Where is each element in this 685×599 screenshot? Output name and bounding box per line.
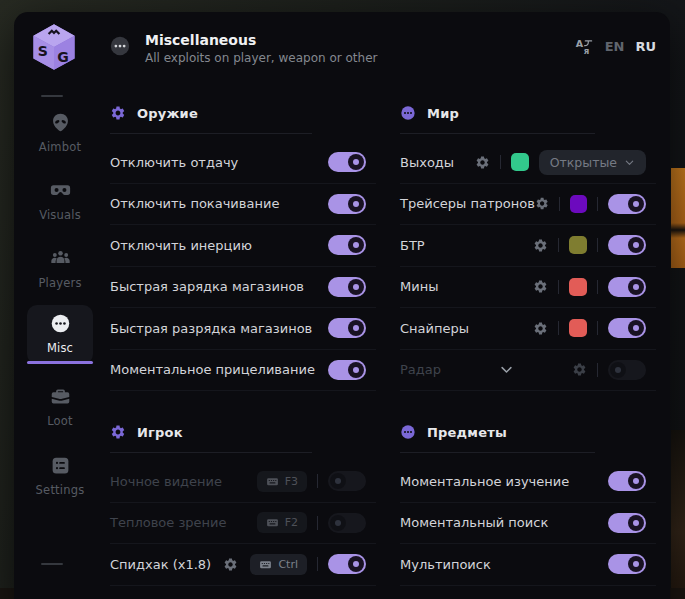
row-label: Моментальное прицеливание [110,362,315,377]
divider [559,197,560,211]
gear-icon[interactable] [475,155,490,170]
alien-icon [50,112,71,133]
ellipsis-icon [50,313,71,334]
toggle-row: Моментальное изучение [400,461,656,503]
toggle[interactable] [608,318,646,338]
toggle[interactable] [328,554,366,574]
toggle[interactable] [608,554,646,574]
row-label: Моментальное изучение [400,474,569,489]
sidebar-item-visuals[interactable]: Visuals [27,172,93,231]
toggle[interactable] [328,194,366,214]
toggle-row: Моментальный поиск [400,503,656,545]
toggle[interactable] [328,471,366,491]
section-title: Предметы [427,425,507,440]
gear-icon[interactable] [533,321,548,336]
dots-icon [400,105,416,121]
sidebar-item-misc[interactable]: Misc [27,305,93,364]
row-label: Мины [400,279,438,294]
section-items: Предметы Моментальное изучение Моменталь… [400,417,656,586]
divider [558,238,559,252]
toggle-row: Отключить инерцию [110,225,376,267]
color-swatch[interactable] [511,153,529,171]
section-title: Игрок [137,425,183,440]
team-icon [50,248,71,269]
keyboard-icon [266,475,279,488]
toggle[interactable] [328,277,366,297]
toggle[interactable] [328,152,366,172]
gear-icon[interactable] [223,557,238,572]
lang-ru-button[interactable]: RU [635,39,656,54]
divider [110,133,312,134]
gear-icon[interactable] [572,362,587,377]
toggle-row: Спидхак (x1.8) Ctrl [110,544,376,586]
toggle[interactable] [608,194,646,214]
toggle[interactable] [608,235,646,255]
row-label: Мультипоиск [400,557,491,572]
hotkey-badge[interactable]: F2 [257,512,307,533]
toggle[interactable] [608,360,646,380]
divider [558,280,559,294]
cheat-menu-window: Miscellaneous All exploits on player, we… [14,12,670,599]
sidebar-item-loot[interactable]: Loot [27,378,93,437]
divider [400,133,595,134]
row-label: Отключить инерцию [110,238,252,253]
divider [317,474,318,488]
gear-icon[interactable] [533,238,548,253]
divider [597,321,598,335]
toggle-row: Отключить отдачу [110,142,376,184]
sidebar-item-players[interactable]: Players [27,240,93,299]
toggle-row: Моментальное прицеливание [110,350,376,392]
gear-icon[interactable] [535,196,549,211]
toggle-row: Ночное видение F3 [110,461,376,503]
hotkey-badge[interactable]: F3 [257,471,307,492]
divider [558,321,559,335]
lang-en-button[interactable]: EN [605,39,625,54]
sidebar-divider [41,563,63,565]
toggle-row: Мультипоиск [400,544,656,586]
toggle-row: Снайперы [400,308,656,350]
row-label: Отключить отдачу [110,155,238,170]
sidebar-item-settings[interactable]: Settings [27,447,93,506]
list-icon [50,455,71,476]
row-label: Быстрая зарядка магазинов [110,279,304,294]
row-label: Снайперы [400,321,469,336]
toggle[interactable] [328,360,366,380]
toggle-row: Трейсеры патронов [400,184,656,226]
row-label: Выходы [400,155,454,170]
toggle[interactable] [328,235,366,255]
gear-icon[interactable] [533,279,548,294]
keyboard-icon [259,558,272,571]
toggle[interactable] [608,513,646,533]
briefcase-icon [50,386,71,407]
sidebar-item-aimbot[interactable]: Aimbot [27,104,93,163]
color-swatch[interactable] [570,195,587,213]
divider [317,557,318,571]
color-swatch[interactable] [569,236,587,254]
hotkey-badge[interactable]: Ctrl [250,554,307,575]
toggle-row: Мины [400,267,656,309]
ellipsis-icon [109,35,131,57]
toggle-row: Быстрая зарядка магазинов [110,267,376,309]
sidebar-item-label: Visuals [39,208,81,222]
color-swatch[interactable] [569,278,587,296]
toggle[interactable] [328,513,366,533]
translate-icon[interactable] [575,37,594,56]
chevron-down-icon[interactable] [499,362,514,377]
keyboard-icon [266,516,279,529]
chevron-down-icon [624,157,635,168]
exits-dropdown[interactable]: Открытые [539,150,646,175]
toggle[interactable] [608,471,646,491]
section-title: Оружие [137,106,198,121]
gear-icon [110,105,126,121]
toggle[interactable] [328,318,366,338]
section-world: Мир Выходы Открытые Трейсеры патронов БТ… [400,98,656,391]
toggle-row: Быстрая разрядка магазинов [110,308,376,350]
row-label: Отключить покачивание [110,196,279,211]
sidebar-item-label: Aimbot [39,140,81,154]
row-label: Радар [400,362,441,377]
toggle[interactable] [608,277,646,297]
setting-row: Выходы Открытые [400,142,656,184]
divider [500,155,501,169]
color-swatch[interactable] [569,319,587,337]
divider [597,238,598,252]
